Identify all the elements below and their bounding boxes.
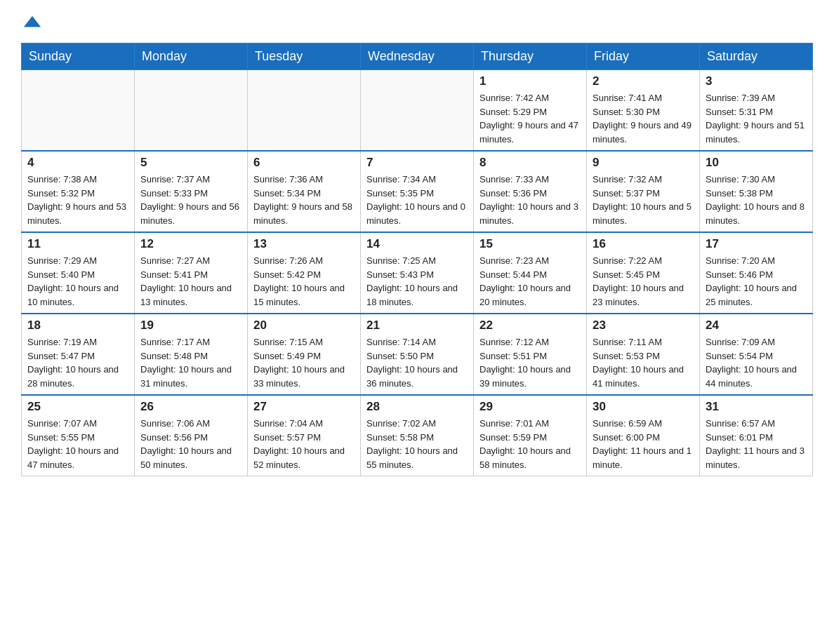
day-number: 31	[706, 400, 807, 414]
calendar-cell: 5Sunrise: 7:37 AMSunset: 5:33 PMDaylight…	[135, 151, 248, 232]
day-info: Sunrise: 7:07 AMSunset: 5:55 PMDaylight:…	[27, 417, 128, 471]
calendar-cell: 16Sunrise: 7:22 AMSunset: 5:45 PMDayligh…	[587, 232, 700, 314]
day-info: Sunrise: 7:15 AMSunset: 5:49 PMDaylight:…	[253, 335, 355, 390]
day-number: 29	[479, 400, 581, 414]
day-info: Sunrise: 7:12 AMSunset: 5:51 PMDaylight:…	[479, 335, 581, 390]
day-number: 25	[27, 400, 128, 414]
calendar-cell: 3Sunrise: 7:39 AMSunset: 5:31 PMDaylight…	[700, 70, 813, 152]
day-info: Sunrise: 7:34 AMSunset: 5:35 PMDaylight:…	[366, 173, 468, 227]
day-number: 15	[479, 237, 581, 251]
calendar-cell: 25Sunrise: 7:07 AMSunset: 5:55 PMDayligh…	[22, 395, 135, 476]
day-number: 27	[253, 400, 355, 414]
calendar-cell: 1Sunrise: 7:42 AMSunset: 5:29 PMDaylight…	[474, 70, 587, 152]
day-info: Sunrise: 7:29 AMSunset: 5:40 PMDaylight:…	[27, 254, 128, 309]
day-info: Sunrise: 7:38 AMSunset: 5:32 PMDaylight:…	[27, 173, 128, 227]
logo	[21, 14, 42, 36]
day-info: Sunrise: 7:01 AMSunset: 5:59 PMDaylight:…	[479, 417, 581, 471]
day-info: Sunrise: 7:04 AMSunset: 5:57 PMDaylight:…	[253, 417, 355, 471]
page-header	[21, 14, 813, 36]
day-info: Sunrise: 7:19 AMSunset: 5:47 PMDaylight:…	[27, 335, 128, 390]
calendar-table: SundayMondayTuesdayWednesdayThursdayFrid…	[21, 43, 813, 476]
day-number: 13	[253, 237, 355, 251]
calendar-cell	[135, 70, 248, 152]
calendar-cell: 19Sunrise: 7:17 AMSunset: 5:48 PMDayligh…	[135, 314, 248, 395]
day-number: 5	[140, 156, 241, 170]
day-number: 1	[479, 74, 581, 88]
day-info: Sunrise: 7:37 AMSunset: 5:33 PMDaylight:…	[140, 173, 241, 227]
weekday-header-friday: Friday	[587, 43, 700, 70]
logo-icon	[22, 13, 42, 32]
day-info: Sunrise: 7:17 AMSunset: 5:48 PMDaylight:…	[140, 335, 241, 390]
day-info: Sunrise: 7:36 AMSunset: 5:34 PMDaylight:…	[253, 173, 355, 227]
calendar-cell: 22Sunrise: 7:12 AMSunset: 5:51 PMDayligh…	[474, 314, 587, 395]
day-info: Sunrise: 6:59 AMSunset: 6:00 PMDaylight:…	[593, 417, 694, 471]
day-info: Sunrise: 7:06 AMSunset: 5:56 PMDaylight:…	[140, 417, 241, 471]
calendar-cell: 30Sunrise: 6:59 AMSunset: 6:00 PMDayligh…	[587, 395, 700, 476]
day-info: Sunrise: 7:25 AMSunset: 5:43 PMDaylight:…	[366, 254, 468, 309]
day-number: 16	[593, 237, 694, 251]
calendar-cell: 10Sunrise: 7:30 AMSunset: 5:38 PMDayligh…	[700, 151, 813, 232]
weekday-header-sunday: Sunday	[22, 43, 135, 70]
calendar-cell: 9Sunrise: 7:32 AMSunset: 5:37 PMDaylight…	[587, 151, 700, 232]
calendar-cell: 6Sunrise: 7:36 AMSunset: 5:34 PMDaylight…	[248, 151, 361, 232]
calendar-cell: 18Sunrise: 7:19 AMSunset: 5:47 PMDayligh…	[22, 314, 135, 395]
day-info: Sunrise: 7:14 AMSunset: 5:50 PMDaylight:…	[366, 335, 468, 390]
day-info: Sunrise: 7:32 AMSunset: 5:37 PMDaylight:…	[593, 173, 694, 227]
calendar-cell	[22, 70, 135, 152]
day-info: Sunrise: 7:11 AMSunset: 5:53 PMDaylight:…	[593, 335, 694, 390]
weekday-header-tuesday: Tuesday	[248, 43, 361, 70]
calendar-cell: 12Sunrise: 7:27 AMSunset: 5:41 PMDayligh…	[135, 232, 248, 314]
day-info: Sunrise: 7:22 AMSunset: 5:45 PMDaylight:…	[593, 254, 694, 309]
day-info: Sunrise: 7:09 AMSunset: 5:54 PMDaylight:…	[706, 335, 807, 390]
calendar-cell: 13Sunrise: 7:26 AMSunset: 5:42 PMDayligh…	[248, 232, 361, 314]
calendar-cell: 17Sunrise: 7:20 AMSunset: 5:46 PMDayligh…	[700, 232, 813, 314]
day-number: 30	[593, 400, 694, 414]
day-number: 10	[706, 156, 807, 170]
day-info: Sunrise: 7:26 AMSunset: 5:42 PMDaylight:…	[253, 254, 355, 309]
weekday-header-thursday: Thursday	[474, 43, 587, 70]
calendar-week-4: 18Sunrise: 7:19 AMSunset: 5:47 PMDayligh…	[22, 314, 813, 395]
day-number: 24	[706, 318, 807, 333]
day-info: Sunrise: 6:57 AMSunset: 6:01 PMDaylight:…	[706, 417, 807, 471]
day-number: 28	[366, 400, 468, 414]
calendar-cell: 27Sunrise: 7:04 AMSunset: 5:57 PMDayligh…	[248, 395, 361, 476]
day-number: 11	[27, 237, 128, 251]
calendar-cell: 11Sunrise: 7:29 AMSunset: 5:40 PMDayligh…	[22, 232, 135, 314]
calendar-cell: 14Sunrise: 7:25 AMSunset: 5:43 PMDayligh…	[361, 232, 474, 314]
day-info: Sunrise: 7:20 AMSunset: 5:46 PMDaylight:…	[706, 254, 807, 309]
day-number: 3	[706, 74, 807, 88]
calendar-cell: 20Sunrise: 7:15 AMSunset: 5:49 PMDayligh…	[248, 314, 361, 395]
calendar-cell: 7Sunrise: 7:34 AMSunset: 5:35 PMDaylight…	[361, 151, 474, 232]
day-info: Sunrise: 7:33 AMSunset: 5:36 PMDaylight:…	[479, 173, 581, 227]
day-number: 9	[593, 156, 694, 170]
calendar-week-1: 1Sunrise: 7:42 AMSunset: 5:29 PMDaylight…	[22, 70, 813, 152]
day-info: Sunrise: 7:30 AMSunset: 5:38 PMDaylight:…	[706, 173, 807, 227]
svg-marker-0	[24, 16, 41, 27]
day-number: 6	[253, 156, 355, 170]
day-number: 14	[366, 237, 468, 251]
calendar-cell	[248, 70, 361, 152]
day-number: 26	[140, 400, 241, 414]
day-info: Sunrise: 7:39 AMSunset: 5:31 PMDaylight:…	[706, 91, 807, 146]
day-number: 20	[253, 318, 355, 333]
day-number: 18	[27, 318, 128, 333]
calendar-cell: 24Sunrise: 7:09 AMSunset: 5:54 PMDayligh…	[700, 314, 813, 395]
calendar-week-5: 25Sunrise: 7:07 AMSunset: 5:55 PMDayligh…	[22, 395, 813, 476]
calendar-cell: 4Sunrise: 7:38 AMSunset: 5:32 PMDaylight…	[22, 151, 135, 232]
day-info: Sunrise: 7:42 AMSunset: 5:29 PMDaylight:…	[479, 91, 581, 146]
weekday-header-saturday: Saturday	[700, 43, 813, 70]
logo-text	[21, 14, 42, 36]
day-number: 21	[366, 318, 468, 333]
day-number: 2	[593, 74, 694, 88]
day-number: 22	[479, 318, 581, 333]
calendar-cell: 28Sunrise: 7:02 AMSunset: 5:58 PMDayligh…	[361, 395, 474, 476]
day-info: Sunrise: 7:23 AMSunset: 5:44 PMDaylight:…	[479, 254, 581, 309]
calendar-week-3: 11Sunrise: 7:29 AMSunset: 5:40 PMDayligh…	[22, 232, 813, 314]
day-number: 12	[140, 237, 241, 251]
calendar-cell: 15Sunrise: 7:23 AMSunset: 5:44 PMDayligh…	[474, 232, 587, 314]
calendar-cell: 29Sunrise: 7:01 AMSunset: 5:59 PMDayligh…	[474, 395, 587, 476]
day-number: 23	[593, 318, 694, 333]
calendar-cell: 2Sunrise: 7:41 AMSunset: 5:30 PMDaylight…	[587, 70, 700, 152]
day-number: 7	[366, 156, 468, 170]
calendar-cell: 26Sunrise: 7:06 AMSunset: 5:56 PMDayligh…	[135, 395, 248, 476]
